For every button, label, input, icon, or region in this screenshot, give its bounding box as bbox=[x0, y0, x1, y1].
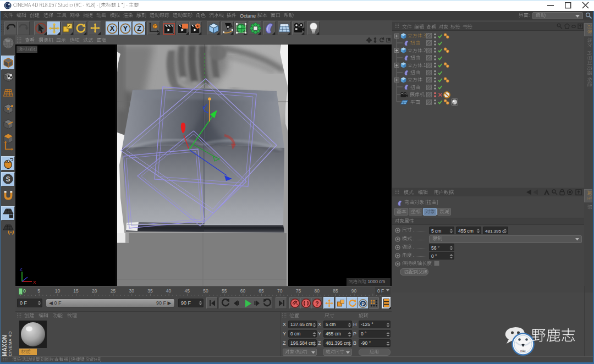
svg-text:Z: Z bbox=[20, 267, 23, 272]
svg-text:X: X bbox=[110, 25, 115, 32]
svg-text:Y: Y bbox=[123, 25, 128, 32]
svg-text:Z: Z bbox=[137, 25, 141, 32]
svg-text:P: P bbox=[361, 301, 365, 306]
svg-text:X: X bbox=[33, 280, 36, 285]
svg-text:?: ? bbox=[315, 300, 318, 307]
svg-text:S: S bbox=[6, 175, 10, 183]
svg-text:n&e: n&e bbox=[520, 349, 526, 352]
